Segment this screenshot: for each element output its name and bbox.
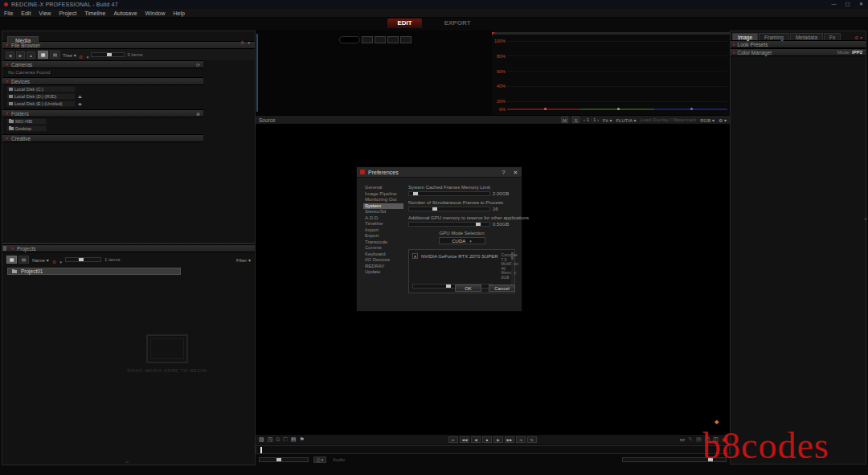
fit-select[interactable]: Fit ▾ [603, 117, 612, 123]
minimize-button[interactable]: — [827, 0, 841, 9]
prefs-nav-item[interactable]: Import [363, 227, 403, 234]
panel-gear-menu[interactable]: ⚙ ▾ [854, 35, 862, 40]
zoom-ratio[interactable]: ‹ 1 : 1 › [583, 117, 599, 122]
up-button[interactable]: ▲ [27, 51, 35, 59]
prefs-nav-item[interactable]: Update [363, 269, 403, 276]
timeline-scrubber[interactable] [256, 445, 730, 454]
channels-select[interactable]: RGB ▾ [700, 117, 714, 123]
dialog-close-button[interactable]: ✕ [510, 167, 522, 178]
gpu-reserve-slider[interactable] [408, 222, 490, 227]
folder-row[interactable]: MIO-HBI [6, 118, 47, 125]
go-start-button[interactable]: ⇤ [448, 436, 458, 443]
prefs-nav-item[interactable]: I/O Devices [363, 257, 403, 264]
scroll-arrows-icon[interactable]: ▴▾ [125, 461, 129, 464]
browser-gear-menu[interactable]: ⚙ ▾ [79, 47, 88, 62]
device-row[interactable]: Local Disk (D:) (R3D) ⏏ [6, 93, 76, 100]
volume-slider[interactable] [259, 457, 309, 462]
prefs-nav-item[interactable]: Keyboard [363, 252, 403, 258]
prefs-nav-item[interactable]: Image Pipeline [363, 191, 403, 198]
solo-button[interactable]: S [572, 117, 579, 123]
devices-header[interactable]: ▼ Devices [2, 77, 203, 85]
prefs-nav-item[interactable]: General [363, 185, 403, 191]
go-end-button[interactable]: ⇥ [516, 436, 526, 443]
refresh-icon[interactable]: ⟳ [196, 62, 200, 68]
close-button[interactable]: ✕ [854, 0, 868, 9]
mute-button[interactable]: M [561, 117, 568, 123]
folder-row[interactable]: Desktop [6, 125, 47, 132]
dialog-titlebar[interactable]: Preferences ? ✕ [357, 167, 522, 178]
menu-item[interactable]: Window [141, 9, 170, 18]
prefs-nav-item[interactable]: Timeline [363, 221, 403, 227]
menu-item[interactable]: File [0, 9, 17, 18]
eject-icon[interactable]: ⏏ [78, 94, 82, 99]
sort-select[interactable]: Name ▾ [32, 257, 49, 263]
tab-media[interactable]: Media [7, 36, 39, 43]
filter-select[interactable]: Filter ▾ [236, 257, 251, 263]
prefs-nav-item[interactable]: Export [363, 233, 403, 240]
step-forward-button[interactable]: ▶▶ [505, 436, 514, 443]
gpu-mode-select[interactable]: CUDA ▾ [439, 237, 485, 244]
device-row[interactable]: Local Disk (C:) [6, 86, 76, 92]
cancel-button[interactable]: Cancel [489, 285, 515, 292]
viewer-gear-menu[interactable]: ⚙ ▾ [719, 117, 727, 123]
eject-icon[interactable]: ⏏ [78, 101, 82, 106]
menu-item[interactable]: Autosave [109, 9, 141, 18]
playhead[interactable] [260, 447, 262, 453]
viewer-button[interactable] [375, 36, 386, 43]
loop-button[interactable]: ↻ [527, 436, 537, 443]
tree-view-select[interactable]: Tree ▾ [63, 52, 76, 58]
prefs-nav-item[interactable]: Monitoring Out [363, 197, 403, 203]
cache-memory-slider[interactable] [408, 191, 490, 196]
simultaneous-frames-slider[interactable] [408, 207, 490, 211]
viewer-button[interactable] [400, 36, 411, 43]
device-row[interactable]: Local Disk (E:) (Untitled) ⏏ [6, 100, 76, 107]
tab-fx[interactable]: Fx [824, 33, 841, 40]
clapper-icon[interactable]: ▨ [259, 436, 264, 444]
list-view-button[interactable]: ▤ [50, 51, 60, 59]
projects-header[interactable]: ▼ Projects [2, 244, 255, 252]
menu-item[interactable]: Edit [17, 9, 35, 18]
tab-metadata[interactable]: Metadata [790, 33, 823, 40]
look-presets-header[interactable]: ▸ Look Presets [731, 40, 866, 48]
menu-item[interactable]: Project [55, 9, 80, 18]
folders-header[interactable]: ▼ Folders ⊕ [2, 109, 203, 117]
tab-edit[interactable]: EDIT [387, 18, 421, 28]
ab-compare-button[interactable]: ◫ ▾ [313, 457, 326, 463]
flut-select[interactable]: FLUT/A ▾ [616, 117, 636, 123]
paste-icon[interactable]: ⧠ [283, 436, 288, 444]
gpu-enable-checkbox[interactable]: ✕ [412, 253, 418, 259]
prefs-nav-item[interactable]: REDRAY [363, 264, 403, 270]
media-gear-menu[interactable]: ⚙ ▾ [240, 33, 250, 47]
copy-icon[interactable]: ⧉ [276, 436, 280, 444]
menu-item[interactable]: Help [169, 9, 188, 18]
viewer-button[interactable] [362, 36, 373, 43]
step-back-button[interactable]: ◀ [471, 436, 481, 443]
file-browser-header[interactable]: ▼ File Browser [2, 41, 255, 49]
tab-export[interactable]: EXPORT [435, 18, 481, 28]
prefs-nav-item[interactable]: System [363, 203, 403, 210]
thumbnail-size-slider[interactable] [65, 257, 101, 262]
viewer-button[interactable] [387, 36, 399, 43]
thumbnail-size-slider[interactable] [91, 52, 125, 57]
forward-button[interactable]: ▶ [16, 51, 25, 59]
overlay-watermark-label[interactable]: Load Overlay / Watermark [640, 117, 696, 122]
note-icon[interactable]: ▤ [291, 436, 297, 444]
ok-button[interactable]: OK [455, 285, 481, 292]
save-icon[interactable]: ◳ [268, 436, 273, 444]
viewer[interactable] [256, 31, 492, 115]
help-button[interactable]: ? [497, 167, 510, 178]
list-view-button[interactable]: ▤ [18, 256, 29, 264]
color-manager-header[interactable]: ▸ Color Manager Mode: IPP2 [731, 48, 866, 56]
prefs-nav-item[interactable]: A.D.D. [363, 215, 403, 222]
creative-header[interactable]: ▼ Creative [2, 134, 203, 142]
projects-gear-menu[interactable]: ⚙ ▾ [52, 252, 62, 267]
prefs-nav-item[interactable]: Comms [363, 245, 403, 252]
thumbnail-view-button[interactable]: ▦ [38, 51, 48, 59]
stop-button[interactable]: ■ [482, 436, 492, 443]
cameras-header[interactable]: ▼ Cameras ⟳ [2, 60, 203, 68]
play-button[interactable]: ▶ [493, 436, 503, 443]
panel-expander-icon[interactable]: ▸ [865, 215, 867, 221]
tab-framing[interactable]: Framing [759, 33, 789, 40]
prefs-nav-item[interactable]: Transcode [363, 240, 403, 246]
maximize-button[interactable]: ▢ [841, 0, 854, 9]
